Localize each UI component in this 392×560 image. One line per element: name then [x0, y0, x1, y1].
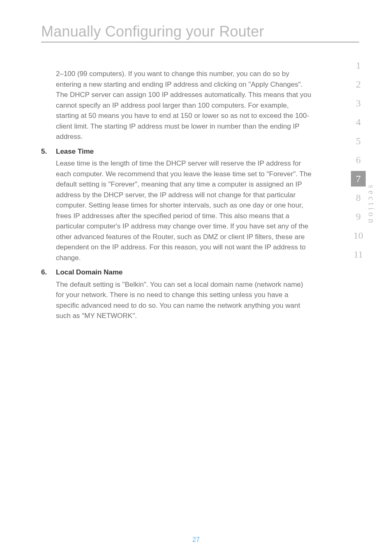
section-tab-7[interactable]: 7 [351, 171, 366, 187]
section-5-number: 5. [41, 146, 56, 157]
section-tab-5[interactable]: 5 [351, 133, 366, 149]
section-tab-10[interactable]: 10 [351, 228, 366, 243]
page-number: 27 [0, 536, 392, 544]
section-5-title: Lease Time [56, 146, 94, 157]
section-6-title: Local Domain Name [56, 267, 123, 278]
intro-continued: 2–100 (99 computers). If you want to cha… [56, 69, 312, 142]
section-tab-3[interactable]: 3 [351, 95, 366, 111]
section-6-body: The default setting is "Belkin". You can… [56, 279, 312, 321]
section-6-number: 6. [41, 267, 56, 278]
section-5-body: Lease time is the length of time the DHC… [56, 158, 312, 263]
section-6-heading: 6. Local Domain Name [41, 267, 312, 278]
section-label: section [367, 185, 376, 226]
divider [41, 42, 359, 42]
section-tab-11[interactable]: 11 [351, 247, 366, 262]
section-tab-2[interactable]: 2 [351, 76, 366, 92]
section-tab-6[interactable]: 6 [351, 152, 366, 168]
section-index-sidebar: 1234567891011 section [351, 58, 373, 262]
chapter-title: Manually Configuring your Router [41, 23, 359, 40]
body-content: 2–100 (99 computers). If you want to cha… [41, 69, 312, 321]
section-tabs: 1234567891011 [351, 58, 366, 262]
section-tab-8[interactable]: 8 [351, 190, 366, 205]
section-tab-9[interactable]: 9 [351, 209, 366, 224]
section-tab-1[interactable]: 1 [351, 58, 366, 73]
section-tab-4[interactable]: 4 [351, 114, 366, 130]
section-5-heading: 5. Lease Time [41, 146, 312, 157]
